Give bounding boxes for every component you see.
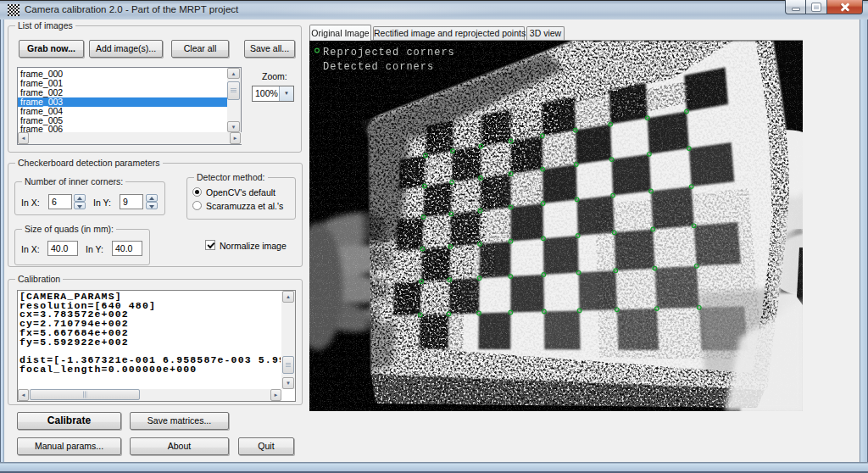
svg-text:Detected corners: Detected corners bbox=[323, 61, 434, 73]
svg-text:Reprojected corners: Reprojected corners bbox=[323, 47, 455, 58]
